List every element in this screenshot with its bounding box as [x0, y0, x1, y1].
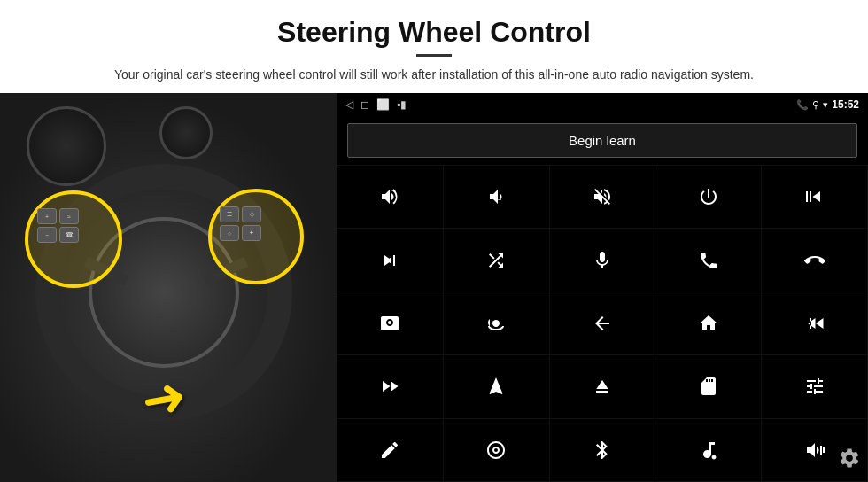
- sw-btn-minus: −: [37, 227, 57, 243]
- sw-btn-star: ✦: [242, 225, 261, 241]
- gauge-right: [159, 106, 213, 159]
- navigate-button[interactable]: [444, 355, 549, 417]
- sw-btn-plus: +: [37, 208, 57, 224]
- back-button[interactable]: [550, 292, 655, 354]
- svg-text:−: −: [498, 196, 502, 204]
- controls-grid: + −: [337, 165, 868, 482]
- subtitle: Your original car's steering wheel contr…: [102, 66, 766, 84]
- svg-rect-2: [806, 191, 808, 202]
- status-bar: ◁ ◻ ⬜ ▪▮ 📞 ⚲ ▾ 15:52: [337, 93, 868, 116]
- phone-status-icon: 📞: [796, 99, 809, 111]
- power-button[interactable]: [655, 166, 761, 228]
- svg-point-5: [712, 455, 716, 459]
- home-nav-icon[interactable]: ◻: [360, 98, 369, 111]
- sw-btn-phone: ☎: [59, 227, 79, 243]
- page-title: Steering Wheel Control: [53, 16, 815, 49]
- phone-hangup-button[interactable]: [762, 229, 867, 291]
- location-icon: ⚲: [812, 99, 819, 111]
- gauge-left: [27, 106, 106, 186]
- car-image-panel: + ≈ − ☎ ☰ ◇ ○ ✦ ➜: [0, 93, 337, 482]
- android-panel: ◁ ◻ ⬜ ▪▮ 📞 ⚲ ▾ 15:52 Begin learn: [337, 93, 868, 482]
- home-button[interactable]: [655, 292, 761, 354]
- mute-button[interactable]: [550, 166, 655, 228]
- svg-text:+: +: [391, 187, 396, 195]
- back-nav-icon[interactable]: ◁: [345, 98, 353, 111]
- status-left: ◁ ◻ ⬜ ▪▮: [345, 98, 407, 111]
- sw-btn-circle: ○: [220, 225, 239, 241]
- next-track-button[interactable]: [337, 229, 443, 291]
- fast-forward-button[interactable]: [337, 355, 443, 417]
- prev-track-button[interactable]: [762, 166, 867, 228]
- bluetooth-button[interactable]: [550, 419, 655, 481]
- page-wrapper: Steering Wheel Control Your original car…: [0, 0, 868, 482]
- sw-btn-menu: ☰: [220, 206, 239, 222]
- wifi-icon: ▾: [823, 99, 828, 111]
- svg-rect-6: [820, 446, 822, 455]
- svg-text:360°: 360°: [492, 320, 500, 325]
- sw-btn-diamond: ◇: [242, 206, 261, 222]
- target-button[interactable]: [444, 419, 549, 481]
- shuffle-button[interactable]: [444, 229, 549, 291]
- vol-up-button[interactable]: +: [337, 166, 443, 228]
- sdcard-button[interactable]: [655, 355, 761, 417]
- eject-button[interactable]: [550, 355, 655, 417]
- svg-rect-7: [823, 447, 825, 453]
- camera-horn-button[interactable]: [337, 292, 443, 354]
- svg-point-3: [388, 321, 391, 324]
- camera-360-button[interactable]: 360°: [444, 292, 549, 354]
- sw-btn-mode: ≈: [59, 208, 79, 224]
- music-settings-button[interactable]: [655, 419, 761, 481]
- header-section: Steering Wheel Control Your original car…: [0, 0, 868, 93]
- pen-button[interactable]: [337, 419, 443, 481]
- rewind-button[interactable]: [762, 292, 867, 354]
- begin-learn-container: Begin learn: [337, 116, 868, 165]
- equalizer-button[interactable]: [762, 355, 867, 417]
- phone-answer-button[interactable]: [655, 229, 761, 291]
- btn-pad-left: + ≈ − ☎: [37, 208, 79, 243]
- settings-icon[interactable]: [838, 447, 861, 475]
- begin-learn-button[interactable]: Begin learn: [347, 123, 857, 158]
- mic-button[interactable]: [550, 229, 655, 291]
- status-right: 📞 ⚲ ▾ 15:52: [796, 98, 859, 111]
- title-divider: [416, 54, 452, 57]
- clock: 15:52: [832, 98, 859, 111]
- recent-nav-icon[interactable]: ⬜: [376, 98, 390, 111]
- vol-down-button[interactable]: −: [444, 166, 549, 228]
- signal-icon: ▪▮: [397, 98, 407, 111]
- content-area: + ≈ − ☎ ☰ ◇ ○ ✦ ➜ ◁ ◻ ⬜: [0, 93, 868, 482]
- btn-pad-right: ☰ ◇ ○ ✦: [220, 206, 261, 241]
